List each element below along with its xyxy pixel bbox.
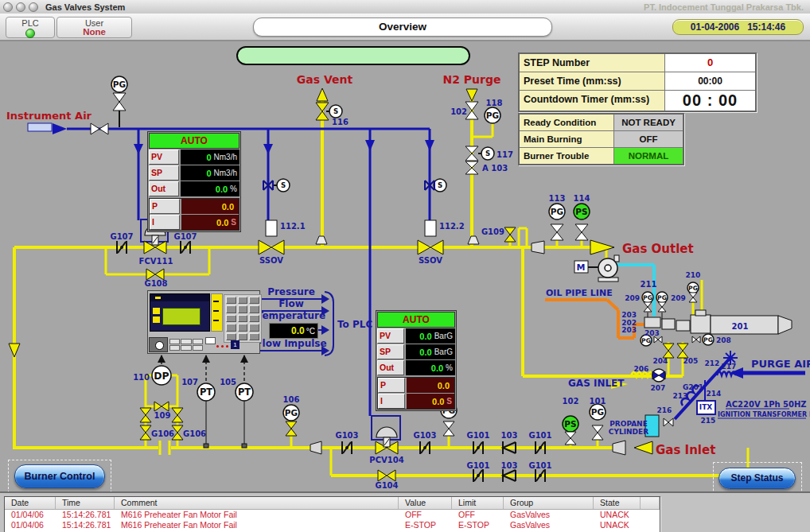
sp-value: 0	[206, 169, 211, 178]
col-limit[interactable]: Limit	[452, 497, 504, 509]
gas-inlet-arrow	[634, 441, 652, 454]
plc-button-label: PLC	[6, 18, 54, 28]
diagram-label: PCV104	[369, 456, 403, 464]
alarm-row[interactable]: 01/04/06 15:14:26.781 M616 Preheater Fan…	[5, 510, 660, 520]
signal-arrow	[240, 355, 248, 363]
i-value-box: 0.0 S	[407, 394, 454, 409]
burner-nozzle	[778, 316, 792, 334]
col-date[interactable]: Date	[5, 497, 56, 509]
sp-unit: Nm3/h	[214, 169, 237, 177]
gauge-text: S	[333, 107, 338, 115]
diagram-label: GAS INLET	[568, 378, 625, 389]
col-value[interactable]: Value	[399, 497, 452, 509]
diagram-label: G201	[683, 383, 703, 391]
window-maximize-icon[interactable]	[29, 2, 38, 12]
flow-computer-device: 1	[147, 290, 260, 354]
instrument-air-arrow	[53, 123, 67, 134]
diagram-label: 209	[625, 294, 640, 302]
col-group[interactable]: Group	[504, 497, 594, 509]
main-burning-row: Main Burning OFF	[520, 131, 683, 148]
down-flow-arrow	[9, 344, 20, 357]
diagram-label: 212	[705, 359, 720, 367]
date-value: 01-04-2006	[691, 20, 739, 34]
valve-icon	[565, 432, 576, 445]
step-status-button[interactable]: Step Status	[718, 468, 796, 489]
diagram-label: 102	[563, 397, 579, 406]
device-key-icon[interactable]	[153, 308, 160, 314]
pressure-controller-faceplate[interactable]: AUTO PV 0.0 BarG SP 0.0 BarG Out 0.0 % P…	[376, 310, 457, 411]
diagram-label: Flow Impulse	[255, 338, 326, 349]
switch-knob-icon	[155, 341, 164, 350]
sp-label: SP	[377, 344, 404, 359]
valve-icon	[551, 224, 563, 240]
p-value: 0.0	[222, 202, 234, 212]
i-value-box: 0.0 S	[181, 215, 239, 230]
alarm-row[interactable]: 01/04/06 15:14:26.781 M616 Preheater Fan…	[5, 520, 660, 530]
device-side-keys[interactable]	[205, 337, 214, 351]
device-power-switch[interactable]	[149, 337, 168, 352]
pv-row: PV 0 Nm3/h	[149, 150, 239, 165]
col-time[interactable]: Time	[56, 497, 115, 509]
valve-icon	[154, 402, 169, 411]
titlebar: Gas Valves System PT. Indocement Tunggal…	[0, 0, 810, 14]
pv-value: 0	[206, 153, 211, 162]
reducer	[613, 441, 625, 455]
user-button[interactable]: User None	[56, 17, 132, 38]
screen-title-button[interactable]: Overview	[253, 17, 552, 37]
device-keypad[interactable]	[224, 294, 262, 343]
device-function-keys[interactable]	[169, 339, 203, 351]
burner-control-button[interactable]: Burner Control	[14, 464, 105, 488]
window-title: Gas Valves System	[45, 2, 125, 12]
temperature-display: 0.0 °C	[269, 323, 318, 339]
window-close-icon[interactable]	[3, 2, 13, 12]
diagram-label: 116	[332, 118, 349, 126]
valve-icon	[689, 293, 697, 302]
diagram-label: PURGE AIR	[751, 358, 810, 370]
diagram-label: 106	[283, 395, 300, 404]
valve-icon	[575, 224, 588, 240]
burner-block	[695, 310, 706, 316]
diagram-label: G101	[466, 431, 489, 440]
valve-icon	[658, 302, 666, 312]
valve-icon	[443, 421, 454, 436]
diagram-label: OIL PIPE LINE	[546, 288, 613, 298]
gauge-text: PS	[564, 419, 576, 429]
device-screen	[150, 293, 210, 332]
plc-button[interactable]: PLC	[6, 17, 55, 38]
out-value-box: 0.0 %	[406, 360, 455, 375]
sp-value: 0.0	[419, 348, 431, 357]
i-label: I	[150, 215, 180, 230]
diagram-label: G107	[173, 232, 197, 241]
gate-valve-dot	[477, 446, 480, 449]
valve-icon	[692, 336, 700, 343]
diagram-label: 211	[641, 280, 657, 289]
alarm-table: Date Time Comment Value Limit Group Stat…	[4, 496, 660, 532]
gauge-text: S	[438, 181, 442, 189]
col-state[interactable]: State	[594, 497, 641, 509]
p-label: P	[150, 199, 180, 214]
diagram-label: 204	[653, 357, 668, 365]
sp-row: SP 0.0 BarG	[377, 344, 455, 359]
pv-value-box: 0.0 BarG	[406, 328, 455, 344]
gate-valve-dot	[120, 246, 123, 249]
i-row: I 0.0 S	[378, 394, 454, 409]
sp-value-box: 0.0 BarG	[406, 344, 455, 359]
window-minimize-icon[interactable]	[16, 2, 25, 12]
alarm-footer: Date Time Comment Value Limit Group Stat…	[0, 491, 810, 532]
ready-condition-value: NOT READY	[614, 115, 683, 130]
out-row: Out 0.0 %	[149, 181, 239, 196]
gauge-text: PG	[486, 111, 499, 120]
gauge-text: PG	[551, 207, 563, 216]
valve-icon	[172, 408, 183, 422]
cell-group: GasValves	[504, 510, 594, 520]
col-comment[interactable]: Comment	[115, 497, 399, 509]
flow-controller-faceplate[interactable]: AUTO PV 0 Nm3/h SP 0 Nm3/h Out 0.0 % P 0…	[147, 131, 241, 232]
diagram-label: 102	[450, 107, 467, 116]
pv-unit: BarG	[434, 332, 453, 340]
device-key-icon[interactable]	[153, 316, 160, 323]
blower-outlet	[614, 255, 619, 262]
gauge-text: DP	[154, 370, 169, 382]
valve-icon	[592, 425, 603, 440]
out-label: Out	[149, 181, 179, 196]
gauge-text: PT	[200, 386, 212, 398]
